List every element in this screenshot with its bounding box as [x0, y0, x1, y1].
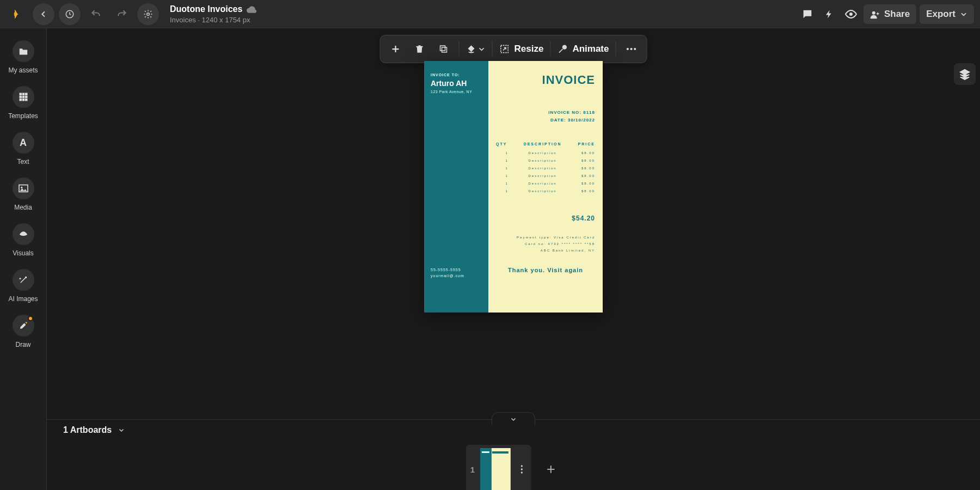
invoice-thanks: Thank you. Visit again [496, 267, 595, 273]
svg-rect-4 [19, 93, 22, 96]
settings-button[interactable] [137, 3, 159, 25]
add-button[interactable] [384, 37, 408, 61]
invoice-phone: 55-5555-5555 [431, 267, 482, 273]
sidebar-item-templates[interactable]: Templates [0, 82, 46, 124]
invoice-number: INVOICE NO: 8118 [496, 109, 595, 117]
sidebar-item-visuals[interactable]: Visuals [0, 219, 46, 261]
sidebar-item-media[interactable]: Media [0, 173, 46, 216]
resize-button[interactable]: Resize [496, 44, 547, 54]
sidebar-item-ai-images[interactable]: AI Images [0, 265, 46, 307]
animate-label: Animate [572, 44, 609, 54]
invoice-right-panel: INVOICE INVOICE NO: 8118 DATE: 30/10/202… [488, 61, 603, 313]
selection-toolbar: Resize Animate [380, 35, 647, 63]
pay-line: ABC Bank Limited, NY [496, 247, 595, 254]
col-qty: QTY [496, 142, 518, 146]
cloud-sync-icon [247, 5, 256, 13]
thumb-menu-button[interactable] [516, 464, 527, 474]
svg-rect-11 [22, 99, 24, 101]
export-label: Export [926, 9, 955, 20]
sidebar-item-assets[interactable]: My assets [0, 36, 46, 78]
document-subtitle: Invoices · 1240 x 1754 px [170, 16, 256, 24]
image-icon [13, 177, 34, 199]
invoice-name: Arturo AH [431, 79, 482, 88]
duplicate-button[interactable] [432, 37, 456, 61]
redo-button[interactable] [111, 3, 133, 25]
more-button[interactable] [619, 37, 643, 61]
svg-point-19 [562, 45, 567, 50]
artboards-label: 1 Artboards [63, 425, 112, 435]
artboards-title[interactable]: 1 Artboards [63, 425, 126, 435]
svg-rect-8 [22, 96, 24, 99]
share-label: Share [884, 9, 910, 20]
svg-rect-10 [19, 99, 22, 101]
svg-point-20 [627, 48, 629, 50]
sidebar-item-draw[interactable]: Draw [0, 310, 46, 353]
svg-point-23 [521, 465, 523, 467]
resize-label: Resize [514, 44, 544, 54]
preview-button[interactable] [840, 3, 862, 25]
text-icon: A [13, 132, 34, 154]
svg-point-22 [634, 48, 636, 50]
artboards-bar: 1 Artboards 1 [47, 419, 980, 490]
canvas-area[interactable]: Resize Animate INVOICE TO: Arturo AH 123… [47, 28, 980, 490]
sidebar-item-label: Media [14, 204, 32, 211]
svg-rect-7 [19, 96, 22, 99]
left-sidebar: My assets Templates A Text Media Visuals… [0, 28, 47, 490]
table-row: 1Description$8.00 [496, 180, 595, 187]
invoice-address: 123 Park Avenue, NY [431, 90, 482, 94]
invoice-date: DATE: 30/10/2022 [496, 117, 595, 124]
invoice-contact: 55-5555-5555 yourmail@.com [431, 267, 482, 279]
undo-button[interactable] [85, 3, 107, 25]
invoice-payment: Payment type: Visa Credit Card Card no: … [496, 234, 595, 254]
layers-button[interactable] [954, 63, 976, 85]
thumb-preview [480, 448, 511, 490]
invoice-meta: INVOICE NO: 8118 DATE: 30/10/2022 [496, 109, 595, 124]
folder-icon [13, 40, 34, 62]
sidebar-item-label: My assets [8, 66, 38, 74]
svg-point-21 [630, 48, 632, 50]
history-button[interactable] [59, 3, 81, 25]
table-row: 1Description$8.00 [496, 187, 595, 195]
invoice-table: QTY DESCRIPTION PRICE 1Description$8.001… [496, 142, 595, 195]
svg-point-3 [872, 11, 875, 14]
invoice-email: yourmail@.com [431, 273, 482, 279]
comments-button[interactable] [797, 3, 818, 25]
export-button[interactable]: Export [920, 4, 974, 24]
svg-point-2 [849, 13, 853, 16]
svg-rect-16 [440, 46, 445, 51]
add-artboard-button[interactable] [541, 460, 561, 479]
table-row: 1Description$8.00 [496, 172, 595, 180]
pay-line: Card no: 4732 **** **** **58 [496, 241, 595, 247]
grid-icon [13, 86, 34, 108]
invoice-to-label: INVOICE TO: [431, 73, 482, 77]
svg-point-25 [521, 471, 523, 473]
back-button[interactable] [33, 3, 54, 25]
artboard-thumb[interactable]: 1 [466, 445, 531, 490]
svg-point-14 [21, 187, 22, 188]
brush-icon [13, 315, 34, 336]
sidebar-item-label: Templates [8, 112, 38, 120]
svg-point-1 [147, 13, 150, 15]
wand-icon [13, 269, 34, 291]
table-row: 1Description$8.00 [496, 157, 595, 164]
sidebar-item-label: Visuals [13, 249, 33, 257]
col-desc: DESCRIPTION [518, 142, 567, 146]
svg-rect-5 [22, 93, 24, 96]
delete-button[interactable] [408, 37, 432, 61]
share-button[interactable]: Share [863, 4, 916, 24]
document-title[interactable]: Duotone Invoices [170, 4, 242, 14]
bolt-button[interactable] [818, 3, 840, 25]
svg-rect-6 [25, 93, 28, 96]
sidebar-item-label: Text [17, 158, 29, 166]
app-logo[interactable] [10, 7, 25, 22]
background-button[interactable] [463, 44, 489, 54]
top-bar: Duotone Invoices Invoices · 1240 x 1754 … [0, 0, 980, 28]
animate-button[interactable]: Animate [554, 44, 612, 54]
thumb-number: 1 [470, 465, 475, 474]
svg-rect-17 [442, 47, 447, 52]
artboards-collapse[interactable] [492, 412, 535, 425]
artboard-invoice[interactable]: INVOICE TO: Arturo AH 123 Park Avenue, N… [424, 61, 603, 313]
title-block: Duotone Invoices Invoices · 1240 x 1754 … [170, 4, 256, 24]
sidebar-item-text[interactable]: A Text [0, 127, 46, 170]
svg-rect-9 [25, 96, 28, 99]
